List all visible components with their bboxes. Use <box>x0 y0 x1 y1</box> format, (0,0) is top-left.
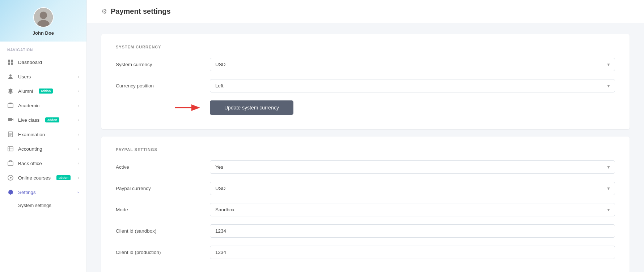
chevron-icon: › <box>78 89 79 93</box>
paypal-mode-select[interactable]: Sandbox Live <box>210 203 615 216</box>
chevron-down-icon: › <box>76 191 81 193</box>
avatar <box>33 7 54 27</box>
sidebar-item-liveclass-label: Live class <box>18 117 39 123</box>
sidebar-item-onlinecourses-label: Online courses <box>18 175 51 181</box>
currency-position-row: Currency position Left Right ▼ <box>116 79 615 92</box>
page-gear-icon: ⚙ <box>101 8 107 16</box>
user-name: John Doe <box>33 30 54 36</box>
nav-label: NAVIGATION <box>0 42 86 55</box>
system-currency-title: SYSTEM CURRENCY <box>116 45 615 49</box>
paypal-client-id-production-row: Client id (production) <box>116 246 615 259</box>
sidebar-item-academic[interactable]: Academic › <box>0 98 86 113</box>
svg-rect-4 <box>8 118 12 121</box>
sidebar-item-backoffice[interactable]: Back office › <box>0 156 86 170</box>
update-currency-button[interactable]: Update system currency <box>210 100 293 115</box>
users-icon <box>7 73 14 80</box>
paypal-currency-select[interactable]: USD EUR GBP <box>210 182 615 195</box>
paypal-client-id-sandbox-input[interactable] <box>210 224 615 238</box>
paypal-active-label: Active <box>116 164 210 170</box>
sidebar-item-dashboard[interactable]: Dashboard <box>0 55 86 69</box>
currency-position-select-wrap: Left Right ▼ <box>210 79 615 92</box>
onlinecourses-badge: addon <box>56 175 71 180</box>
currency-position-label: Currency position <box>116 83 210 88</box>
svg-rect-6 <box>8 147 13 151</box>
currency-position-select[interactable]: Left Right <box>210 79 615 92</box>
content-area: SYSTEM CURRENCY System currency USD EUR … <box>87 23 644 272</box>
examination-icon <box>7 131 14 138</box>
svg-point-1 <box>39 12 47 19</box>
chevron-icon: › <box>78 103 79 108</box>
onlinecourses-icon <box>7 174 14 181</box>
main-content: ⚙ Payment settings SYSTEM CURRENCY Syste… <box>87 0 644 272</box>
update-currency-row: Update system currency <box>116 100 615 115</box>
system-currency-select[interactable]: USD EUR GBP <box>210 58 615 71</box>
page-title: Payment settings <box>111 7 171 16</box>
svg-rect-3 <box>8 104 13 108</box>
sidebar-item-accounting[interactable]: Accounting › <box>0 142 86 156</box>
sidebar-subitem-system-settings-label: System settings <box>18 203 51 208</box>
sidebar-item-examination-label: Examination <box>18 132 45 137</box>
sidebar-item-accounting-label: Accounting <box>18 146 42 152</box>
settings-icon <box>7 189 14 195</box>
paypal-client-id-production-label: Client id (production) <box>116 250 210 255</box>
paypal-client-id-production-input[interactable] <box>210 246 615 259</box>
chevron-icon: › <box>78 176 79 180</box>
page-header: ⚙ Payment settings <box>87 0 644 23</box>
sidebar-item-settings-label: Settings <box>18 190 36 195</box>
arrow-indicator <box>174 103 203 113</box>
paypal-mode-label: Mode <box>116 207 210 212</box>
paypal-currency-row: Paypal currency USD EUR GBP ▼ <box>116 182 615 195</box>
sidebar-item-settings[interactable]: Settings › <box>0 185 86 199</box>
system-currency-select-wrap: USD EUR GBP ▼ <box>210 58 615 71</box>
svg-rect-7 <box>8 162 13 165</box>
paypal-settings-title: PAYPAL SETTINGS <box>116 147 615 152</box>
sidebar-top: John Doe <box>0 0 86 42</box>
paypal-client-id-sandbox-label: Client id (sandbox) <box>116 228 210 234</box>
chevron-icon: › <box>78 147 79 151</box>
accounting-icon <box>7 146 14 152</box>
liveclass-icon <box>7 117 14 123</box>
sidebar-item-onlinecourses[interactable]: Online courses addon › <box>0 170 86 185</box>
paypal-currency-label: Paypal currency <box>116 186 210 191</box>
sidebar-item-backoffice-label: Back office <box>18 161 42 166</box>
sidebar-item-examination[interactable]: Examination › <box>0 127 86 142</box>
chevron-icon: › <box>78 161 79 165</box>
academic-icon <box>7 102 14 109</box>
dashboard-icon <box>7 59 14 65</box>
liveclass-badge: addon <box>45 117 59 122</box>
paypal-client-id-sandbox-row: Client id (sandbox) <box>116 224 615 238</box>
chevron-icon: › <box>78 118 79 122</box>
sidebar-subitem-system-settings[interactable]: System settings <box>0 199 86 211</box>
paypal-active-row: Active Yes No ▼ <box>116 160 615 174</box>
sidebar: John Doe NAVIGATION Dashboard Users › Al… <box>0 0 87 272</box>
sidebar-item-alumni[interactable]: Alumni addon › <box>0 84 86 98</box>
alumni-badge: addon <box>39 88 53 94</box>
chevron-icon: › <box>78 132 79 137</box>
system-currency-row: System currency USD EUR GBP ▼ <box>116 58 615 71</box>
alumni-icon <box>7 88 14 94</box>
system-currency-card: SYSTEM CURRENCY System currency USD EUR … <box>101 34 630 129</box>
sidebar-item-alumni-label: Alumni <box>18 88 33 94</box>
paypal-mode-select-wrap: Sandbox Live ▼ <box>210 203 615 216</box>
avatar-image <box>34 8 53 27</box>
sidebar-item-academic-label: Academic <box>18 103 39 108</box>
sidebar-item-liveclass[interactable]: Live class addon › <box>0 113 86 127</box>
chevron-icon: › <box>78 74 79 79</box>
system-currency-label: System currency <box>116 62 210 67</box>
sidebar-item-users[interactable]: Users › <box>0 69 86 84</box>
paypal-active-select-wrap: Yes No ▼ <box>210 160 615 174</box>
sidebar-item-dashboard-label: Dashboard <box>18 60 42 65</box>
paypal-active-select[interactable]: Yes No <box>210 160 615 174</box>
paypal-currency-select-wrap: USD EUR GBP ▼ <box>210 182 615 195</box>
paypal-settings-card: PAYPAL SETTINGS Active Yes No ▼ Paypal c… <box>101 137 630 272</box>
svg-marker-9 <box>10 177 12 179</box>
backoffice-icon <box>7 160 14 167</box>
paypal-mode-row: Mode Sandbox Live ▼ <box>116 203 615 216</box>
sidebar-item-users-label: Users <box>18 74 31 79</box>
